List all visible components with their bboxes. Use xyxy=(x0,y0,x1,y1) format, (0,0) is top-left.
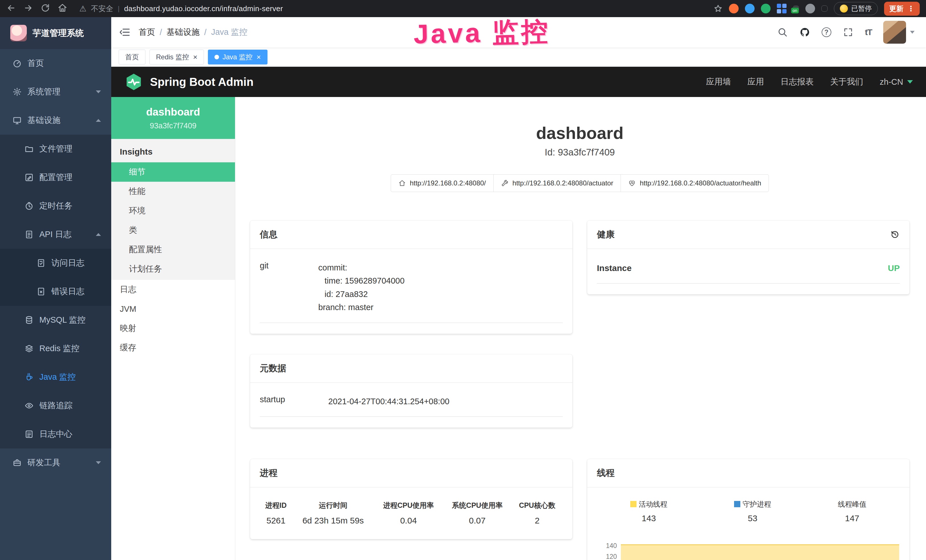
sidebar-item-system[interactable]: 系统管理 xyxy=(0,77,111,106)
instance-block[interactable]: dashboard 93a3fc7f7409 xyxy=(111,97,235,139)
sba-item-metrics[interactable]: 性能 xyxy=(111,182,235,201)
health-url-button[interactable]: http://192.168.0.2:48080/actuator/health xyxy=(620,174,769,192)
extension-icon-gray[interactable] xyxy=(805,4,815,14)
process-table: 进程ID 运行时间 进程CPU使用率 系统CPU使用率 CPU核心数 xyxy=(260,494,563,528)
github-icon[interactable] xyxy=(799,27,810,38)
col-process-cpu: 进程CPU使用率 xyxy=(374,494,443,514)
legend-daemon-threads: 守护进程 53 xyxy=(734,499,771,523)
sidebar-item-access-log[interactable]: 访问日志 xyxy=(0,249,111,277)
sba-nav-wallboard[interactable]: 应用墙 xyxy=(706,76,731,88)
search-icon[interactable] xyxy=(777,27,788,38)
home-icon[interactable] xyxy=(57,3,68,14)
info-card-body: git commit: time: 1596289704000 id: 27aa… xyxy=(250,249,572,334)
instance-name: dashboard xyxy=(114,106,232,118)
health-card-title: 健康 xyxy=(597,229,614,241)
cards-row-1: 信息 git commit: time: 1596289704000 id: 2… xyxy=(250,221,909,334)
sba-brand[interactable]: Spring Boot Admin xyxy=(124,73,254,91)
sidebar-item-error-log[interactable]: 错误日志 xyxy=(0,277,111,306)
fullscreen-icon[interactable] xyxy=(843,27,853,38)
sidebar-item-log-center[interactable]: 日志中心 xyxy=(0,420,111,448)
sba-item-logs[interactable]: 日志 xyxy=(111,280,235,299)
sidebar-item-mysql-monitor[interactable]: MySQL 监控 xyxy=(0,306,111,334)
sidebar-toggle-icon[interactable] xyxy=(111,17,139,47)
user-avatar[interactable] xyxy=(883,21,906,44)
threads-chart-plot xyxy=(621,542,900,560)
sidebar-item-redis-monitor[interactable]: Redis 监控 xyxy=(0,334,111,363)
git-branch-line: branch: master xyxy=(318,301,405,314)
legend-yellow-swatch xyxy=(630,501,637,507)
breadcrumb-infra[interactable]: 基础设施 xyxy=(166,27,200,38)
sba-nav-about[interactable]: 关于我们 xyxy=(830,76,863,88)
extension-icon-dark[interactable]: on xyxy=(793,5,799,12)
sba-item-classes[interactable]: 类 xyxy=(111,221,235,240)
locale-selector[interactable]: zh-CN xyxy=(880,77,913,87)
col-uptime: 运行时间 xyxy=(292,494,374,514)
insights-group-label: Insights xyxy=(111,139,235,162)
sba-nav-journal[interactable]: 日志报表 xyxy=(781,76,814,88)
sidebar-item-dev-tools[interactable]: 研发工具 xyxy=(0,448,111,477)
sba-item-caches[interactable]: 缓存 xyxy=(111,338,235,357)
tab-redis-monitor[interactable]: Redis 监控 × xyxy=(150,50,204,65)
bookmark-star-icon[interactable] xyxy=(714,4,723,13)
browser-chrome: ⚠ 不安全 | dashboard.yudao.iocoder.cn/infra… xyxy=(0,0,926,17)
help-icon[interactable]: ? xyxy=(822,27,831,37)
live-threads-area xyxy=(621,544,899,560)
extension-icon-drop[interactable] xyxy=(745,4,755,14)
sidebar-item-config-manage[interactable]: 配置管理 xyxy=(0,163,111,192)
monitor-icon xyxy=(12,116,22,125)
extension-icon-grid[interactable] xyxy=(777,4,787,14)
git-id-line: id: 27aa832 xyxy=(318,288,405,301)
update-button[interactable]: 更新 ⋮ xyxy=(884,2,920,16)
git-time-line: time: 1596289704000 xyxy=(318,274,405,287)
col-system-cpu: 系统CPU使用率 xyxy=(443,494,511,514)
actuator-url-button[interactable]: http://192.168.0.2:48080/actuator xyxy=(493,174,621,192)
extension-icon-fox[interactable] xyxy=(729,4,738,14)
tags-view-bar: 首页 Redis 监控 × Java 监控 × xyxy=(111,47,926,67)
extension-icon-puzzle[interactable] xyxy=(822,5,828,12)
kebab-menu-icon[interactable]: ⋮ xyxy=(908,5,915,13)
info-value: commit: time: 1596289704000 id: 27aa832 … xyxy=(318,261,405,314)
history-icon[interactable] xyxy=(890,230,900,239)
sidebar-item-scheduled-jobs[interactable]: 定时任务 xyxy=(0,192,111,220)
metadata-row-startup: startup 2021-04-27T00:44:31.254+08:00 xyxy=(260,386,563,417)
sidebar-item-label: 基础设施 xyxy=(27,115,61,126)
reload-icon[interactable] xyxy=(41,3,51,14)
process-card: 进程 进程ID 运行时间 进程CPU使用率 系统 xyxy=(250,459,572,539)
paused-badge[interactable]: 已暂停 xyxy=(834,2,878,15)
sba-item-jvm[interactable]: JVM xyxy=(111,299,235,319)
breadcrumb-home[interactable]: 首页 xyxy=(139,27,155,38)
paused-label: 已暂停 xyxy=(851,4,872,13)
sidebar-item-label: API 日志 xyxy=(39,229,71,240)
user-menu[interactable] xyxy=(883,21,915,44)
sidebar-item-home[interactable]: 首页 xyxy=(0,49,111,77)
sba-item-environment[interactable]: 环境 xyxy=(111,201,235,221)
sidebar-item-java-monitor[interactable]: Java 监控 xyxy=(0,363,111,391)
tab-home[interactable]: 首页 xyxy=(119,50,145,65)
health-url: http://192.168.0.2:48080/actuator/health xyxy=(640,179,761,187)
heartbeat-icon xyxy=(628,179,635,187)
address-bar[interactable]: ⚠ 不安全 | dashboard.yudao.iocoder.cn/infra… xyxy=(79,4,283,14)
tab-java-monitor[interactable]: Java 监控 × xyxy=(208,50,268,65)
sidebar-item-file-manage[interactable]: 文件管理 xyxy=(0,135,111,163)
security-label[interactable]: 不安全 xyxy=(91,4,113,14)
extension-icon-green[interactable] xyxy=(761,4,770,14)
sba-item-config-props[interactable]: 配置属性 xyxy=(111,240,235,259)
close-icon[interactable]: × xyxy=(193,53,197,61)
cards-row-3: 进程 进程ID 运行时间 进程CPU使用率 系统 xyxy=(250,459,909,560)
forward-icon[interactable] xyxy=(23,3,34,14)
sba-nav-applications[interactable]: 应用 xyxy=(747,76,764,88)
sidebar-item-infra[interactable]: 基础设施 xyxy=(0,106,111,135)
sba-item-details[interactable]: 细节 xyxy=(111,162,235,182)
topbar-tools: ? tT xyxy=(777,21,926,44)
font-size-icon[interactable]: tT xyxy=(865,27,872,37)
close-icon[interactable]: × xyxy=(257,53,261,61)
sba-item-mappings[interactable]: 映射 xyxy=(111,319,235,338)
sidebar-item-tracing[interactable]: 链路追踪 xyxy=(0,391,111,420)
sba-item-scheduled-tasks[interactable]: 计划任务 xyxy=(111,259,235,279)
back-icon[interactable] xyxy=(6,3,17,14)
sidebar-item-api-log[interactable]: API 日志 xyxy=(0,220,111,249)
instance-url-button[interactable]: http://192.168.0.2:48080/ xyxy=(391,174,494,192)
threads-card-body: 活动线程 143 守护进程 xyxy=(587,487,909,560)
page-url[interactable]: dashboard.yudao.iocoder.cn/infra/admin-s… xyxy=(124,4,283,13)
locale-label: zh-CN xyxy=(880,77,903,87)
